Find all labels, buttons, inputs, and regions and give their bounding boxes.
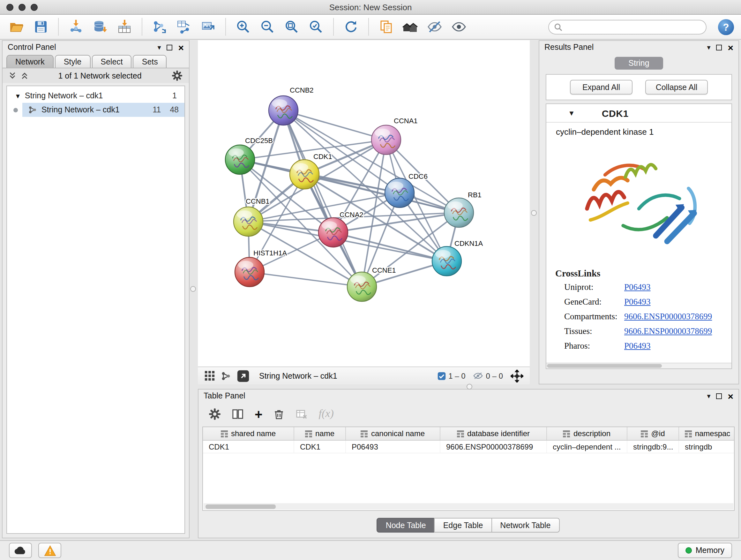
export-image-button[interactable]	[198, 17, 218, 37]
horizontal-splitter-handle[interactable]	[467, 384, 472, 389]
import-network-file-button[interactable]	[66, 17, 86, 37]
collapse-all-icon[interactable]	[21, 71, 28, 80]
network-node-RB1[interactable]	[444, 198, 474, 227]
search-input[interactable]	[565, 22, 701, 31]
network-row[interactable]: String Network – cdk1 11 48	[7, 103, 185, 117]
table-tab-node-table[interactable]: Node Table	[377, 518, 435, 533]
crosslink-value-link[interactable]: P06493	[624, 297, 651, 307]
window-close-button[interactable]	[6, 4, 13, 11]
annotation-copy-button[interactable]	[376, 17, 396, 37]
add-column-icon[interactable]: +	[255, 407, 263, 421]
network-node-CDK1[interactable]	[290, 160, 319, 189]
import-network-database-button[interactable]	[90, 17, 111, 37]
panel-float-icon[interactable]	[716, 44, 722, 50]
network-row-selected[interactable]: String Network – cdk1 11 48	[22, 103, 185, 117]
network-edge-HIST1H1A-CCNE1[interactable]	[250, 272, 362, 287]
show-columns-icon[interactable]	[232, 408, 244, 420]
column-header-canonical-name[interactable]: canonical name	[346, 427, 441, 440]
network-node-CCNB1[interactable]	[233, 207, 263, 236]
vertical-splitter-handle[interactable]	[531, 210, 537, 216]
string-tab-badge[interactable]: String	[615, 57, 663, 70]
export-view-icon[interactable]	[237, 369, 250, 382]
scrollbar-thumb[interactable]	[205, 504, 276, 509]
import-table-button[interactable]	[114, 17, 135, 37]
expand-all-icon[interactable]	[9, 71, 16, 80]
table-tab-edge-table[interactable]: Edge Table	[434, 518, 492, 533]
new-network-button[interactable]	[149, 17, 170, 37]
table-settings-gear-icon[interactable]	[209, 408, 221, 420]
network-from-table-button[interactable]	[174, 17, 194, 37]
panel-float-icon[interactable]	[716, 393, 722, 399]
network-graph[interactable]: CCNB2CCNA1CDC25BCDK1CDC6RB1CCNB1CCNA2CDK…	[198, 40, 530, 367]
crosslink-value-link[interactable]: P06493	[624, 341, 651, 351]
panel-collapse-icon[interactable]: ▾	[707, 43, 711, 51]
help-button[interactable]: ?	[717, 18, 735, 36]
network-node-HIST1H1A[interactable]	[235, 257, 264, 287]
warnings-button[interactable]	[38, 543, 61, 558]
panel-close-icon[interactable]: ×	[728, 43, 733, 52]
control-tab-sets[interactable]: Sets	[133, 55, 167, 68]
window-minimize-button[interactable]	[18, 4, 25, 11]
pan-crosshair-icon[interactable]	[511, 369, 523, 382]
save-session-button[interactable]	[30, 17, 51, 37]
panel-float-icon[interactable]	[166, 44, 172, 50]
grid-view-icon[interactable]	[204, 370, 215, 381]
results-horizontal-scrollbar[interactable]	[546, 363, 731, 368]
gear-icon[interactable]	[172, 70, 183, 81]
network-node-CDKN1A[interactable]	[432, 246, 461, 276]
hide-selected-button[interactable]	[424, 17, 445, 37]
zoom-selected-button[interactable]	[306, 17, 326, 37]
title-bar: Session: New Session	[0, 0, 741, 15]
vertical-splitter-handle[interactable]	[190, 286, 196, 292]
network-node-CDC6[interactable]	[385, 178, 414, 207]
column-header-database-identifier[interactable]: database identifier	[441, 427, 547, 440]
network-view-icon[interactable]	[221, 371, 231, 381]
protein-card-header[interactable]: ▼ CDK1	[546, 104, 731, 123]
network-node-CCNE1[interactable]	[347, 272, 377, 301]
memory-button[interactable]: Memory	[678, 543, 732, 558]
table-panel-title: Table Panel	[204, 391, 246, 400]
network-node-CCNA2[interactable]	[319, 218, 348, 247]
network-node-CDC25B[interactable]	[225, 145, 255, 174]
disclosure-triangle[interactable]: ▼	[15, 92, 21, 99]
crosslink-value-link[interactable]: 9606.ENSP00000378699	[624, 312, 712, 322]
show-all-button[interactable]	[449, 17, 469, 37]
selected-checkbox-icon[interactable]	[437, 371, 446, 380]
control-tab-style[interactable]: Style	[55, 55, 91, 68]
network-node-CCNB2[interactable]	[269, 96, 298, 125]
zoom-fit-button[interactable]	[281, 17, 302, 37]
column-header-@id[interactable]: @id	[627, 427, 679, 440]
panel-collapse-icon[interactable]: ▾	[157, 43, 161, 51]
table-row[interactable]: CDK1CDK1P064939606.ENSP00000378699cyclin…	[203, 441, 734, 453]
table-horizontal-scrollbar[interactable]	[204, 503, 733, 509]
window-zoom-button[interactable]	[30, 4, 38, 11]
control-panel-tabs: NetworkStyleSelectSets	[3, 55, 189, 68]
network-node-CCNA1[interactable]	[372, 125, 401, 154]
network-collection-row[interactable]: ▼ String Network – cdk1 1	[7, 89, 185, 103]
network-edge-CCNB2-CCNE1[interactable]	[283, 111, 362, 287]
refresh-button[interactable]	[341, 17, 361, 37]
column-header-namespac[interactable]: namespac	[679, 427, 735, 440]
control-tab-network[interactable]: Network	[6, 55, 54, 68]
zoom-out-button[interactable]	[257, 17, 278, 37]
zoom-in-button[interactable]	[233, 17, 253, 37]
open-session-button[interactable]	[6, 17, 27, 37]
panel-collapse-icon[interactable]: ▾	[707, 392, 711, 400]
panel-close-icon[interactable]: ×	[728, 391, 733, 401]
column-header-name[interactable]: name	[294, 427, 346, 440]
cloud-status-button[interactable]	[9, 543, 32, 558]
control-tab-select[interactable]: Select	[91, 55, 132, 68]
collapse-all-button[interactable]: Collapse All	[645, 80, 708, 95]
column-header-shared-name[interactable]: shared name	[203, 427, 294, 440]
expand-all-button[interactable]: Expand All	[570, 80, 632, 95]
crosslink-value-link[interactable]: P06493	[624, 282, 651, 293]
panel-close-icon[interactable]: ×	[178, 43, 184, 52]
disclosure-triangle[interactable]: ▼	[568, 109, 575, 117]
table-tab-network-table[interactable]: Network Table	[491, 518, 559, 533]
network-view[interactable]: CCNB2CCNA1CDC25BCDK1CDC6RB1CCNB1CCNA2CDK…	[198, 40, 530, 367]
column-header-description[interactable]: description	[547, 427, 627, 440]
delete-column-trash-icon[interactable]	[273, 408, 285, 420]
crosslink-value-link[interactable]: 9606.ENSP00000378699	[624, 326, 712, 336]
hidden-eye-slash-icon[interactable]	[473, 372, 483, 380]
birds-eye-view-button[interactable]	[400, 17, 421, 37]
